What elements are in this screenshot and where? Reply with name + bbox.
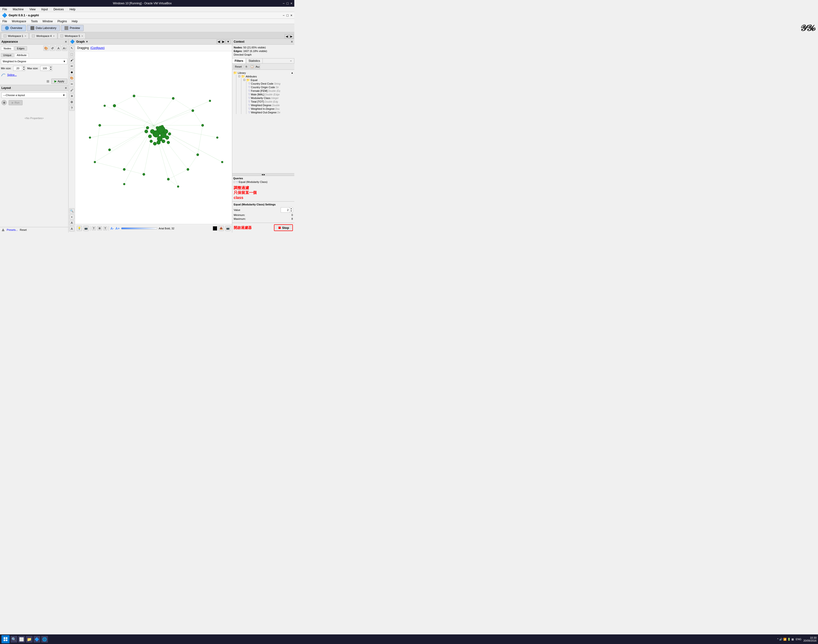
appearance-close-icon[interactable]: × (65, 40, 67, 44)
layout-dropdown[interactable]: ---Choose a layout ▼ (2, 92, 67, 98)
rect-select-btn[interactable]: ⬚ (69, 52, 75, 57)
app-menu-plugins[interactable]: Plugins (56, 19, 68, 23)
max-size-input[interactable]: ▲ ▼ (40, 66, 52, 71)
edges-tab[interactable]: Edges (14, 46, 27, 51)
min-size-up[interactable]: ▲ (22, 66, 25, 68)
spline-btn[interactable]: Spline... (7, 74, 17, 76)
graph-tab-close[interactable]: × (86, 40, 88, 43)
label-icon-btn[interactable]: A (56, 46, 61, 51)
light-btn[interactable]: 💡 (77, 226, 82, 231)
paint-brush-btn[interactable]: 🖌 (69, 58, 75, 63)
context-close-icon[interactable]: × (291, 40, 293, 44)
statistics-tab[interactable]: Statistics (246, 58, 263, 63)
workspace-tab-1-close[interactable]: × (25, 35, 26, 37)
min-size-field[interactable] (14, 66, 22, 70)
reset-filter-btn[interactable]: Reset (233, 64, 244, 69)
question-btn[interactable]: ? (69, 106, 75, 111)
app-minimize-btn[interactable]: − (283, 14, 285, 17)
value-input[interactable]: ▲ ▼ (281, 207, 293, 213)
font-t-btn[interactable]: T (92, 227, 96, 230)
pencil-btn[interactable]: ✏ (69, 63, 75, 69)
tab-nav[interactable]: ◀ ▶ (285, 34, 293, 38)
value-down[interactable]: ▼ (290, 210, 293, 212)
app-window-controls[interactable]: − □ × (283, 14, 293, 17)
os-maximize-btn[interactable]: □ (286, 2, 288, 5)
color-slider[interactable] (121, 227, 158, 229)
nodes-tab[interactable]: Nodes (1, 46, 14, 51)
equal-folder[interactable]: ☐ 📁 Equal (243, 78, 293, 82)
label-a-btn[interactable]: A (69, 220, 75, 225)
os-menu-machine[interactable]: Machine (11, 7, 25, 12)
graph-nav-down[interactable]: ▼ (226, 40, 231, 44)
run-btn[interactable]: ▶ Run (9, 100, 23, 105)
filter-sort-btn[interactable]: Aω (255, 64, 260, 69)
os-menu-file[interactable]: File (1, 7, 8, 12)
tree-scroll[interactable]: ◀ ▶ (232, 173, 294, 176)
graph-nav-left[interactable]: ◀ (217, 40, 221, 44)
max-size-up[interactable]: ▲ (49, 66, 52, 68)
stop-btn[interactable]: ⏹ Stop (274, 224, 293, 231)
os-menu-devices[interactable]: Devices (52, 7, 65, 12)
tab-nav-right[interactable]: ▶ (289, 34, 293, 38)
library-folder-header[interactable]: 📁 Library ▲ (233, 71, 293, 75)
export-btn[interactable]: 📤 (219, 226, 224, 231)
size-icon-btn[interactable]: A↑ (62, 46, 67, 51)
value-up[interactable]: ▲ (290, 207, 293, 210)
max-size-down[interactable]: ▼ (49, 68, 52, 71)
os-minimize-btn[interactable]: − (283, 2, 285, 5)
pen-btn[interactable]: 🖊 (69, 87, 75, 93)
knife-btn[interactable]: ✂ (69, 81, 75, 87)
graph-canvas[interactable] (75, 51, 232, 224)
value-field[interactable] (281, 208, 290, 212)
os-window-controls[interactable]: − □ × (283, 2, 293, 5)
color-icon-btn[interactable]: 🎨 (43, 46, 49, 51)
app-menu-window[interactable]: Window (41, 19, 54, 23)
graph-nav-right[interactable]: ▶ (221, 40, 225, 44)
tab-nav-left[interactable]: ◀ (285, 34, 289, 38)
filter-paste-btn[interactable]: 📋 (250, 64, 254, 69)
max-size-field[interactable] (40, 66, 49, 70)
min-size-down[interactable]: ▼ (22, 68, 25, 71)
refresh-icon-btn[interactable]: ↺ (50, 46, 55, 51)
attribute-dropdown[interactable]: Weighted In-Degree ▼ (1, 58, 67, 64)
color-swatch-black[interactable] (213, 226, 217, 230)
workspace-tab-4[interactable]: Workspace 4 × (29, 33, 57, 38)
unique-tab[interactable]: Unique (1, 53, 14, 57)
app-close-btn[interactable]: × (291, 14, 293, 17)
app-menu-file[interactable]: File (1, 19, 8, 23)
font-t2-btn[interactable]: T (103, 227, 107, 230)
select-tool-btn[interactable]: ↖ (69, 46, 75, 51)
color-fill-btn[interactable]: 🎨 (69, 75, 75, 81)
os-menu-help[interactable]: Help (68, 7, 77, 12)
attribute-tab[interactable]: Attribute (15, 53, 29, 57)
layout-close-icon[interactable]: × (65, 86, 67, 90)
app-maximize-btn[interactable]: □ (286, 14, 288, 17)
nav-overview-btn[interactable]: Overview (2, 25, 26, 31)
gear-btn[interactable]: ⚙ (69, 100, 75, 105)
diamond-btn[interactable]: ◆ (69, 69, 75, 75)
rect-btn[interactable]: ▪ (69, 214, 75, 219)
workspace-tab-4-close[interactable]: × (53, 35, 54, 37)
min-size-input[interactable]: ▲ ▼ (13, 66, 25, 71)
nav-preview-btn[interactable]: Preview (61, 25, 84, 31)
label-b-btn[interactable]: A (69, 226, 75, 232)
zoom-btn[interactable]: 🔍 (69, 208, 75, 213)
right-panel-minimize[interactable]: − (288, 58, 294, 63)
configure-link[interactable]: (Configure) (90, 46, 105, 50)
workspace-tab-1[interactable]: Workspace 1 × (1, 33, 29, 38)
attributes-folder[interactable]: ☐ 📁 Attributes (238, 75, 293, 78)
app-menu-tools[interactable]: Tools (29, 19, 39, 23)
camera-btn[interactable]: 📷 (225, 226, 231, 231)
presets-link[interactable]: Presets... (7, 228, 18, 231)
workspace-tab-5[interactable]: Workspace 5 × (58, 33, 86, 38)
nav-data-laboratory-btn[interactable]: Data Laboratory (27, 25, 60, 31)
app-menu-workspace[interactable]: Workspace (10, 19, 28, 23)
os-menu-view[interactable]: View (28, 7, 37, 12)
os-close-btn[interactable]: × (291, 2, 293, 5)
plane-btn[interactable]: ✈ (69, 94, 75, 99)
font-selector-btn[interactable]: ⊞ (97, 226, 102, 230)
screenshot-btn[interactable]: 📷 (83, 226, 89, 231)
os-menu-input[interactable]: Input (40, 7, 49, 12)
graph-tab-nav[interactable]: ◀ ▶ ▼ (217, 40, 231, 44)
filter-copy-btn[interactable]: ⎘ (244, 64, 249, 69)
